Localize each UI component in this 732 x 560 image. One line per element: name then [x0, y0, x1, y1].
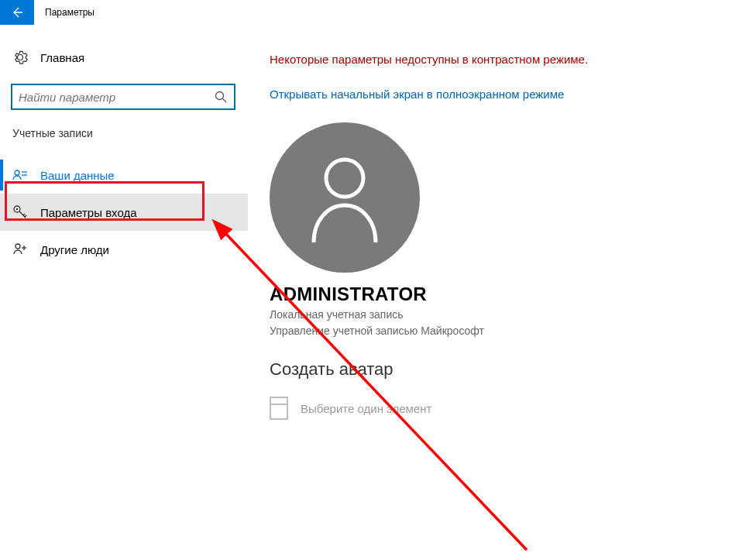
sidebar-item-signin-options[interactable]: Параметры входа	[0, 194, 248, 231]
user-subtitle-ms-link[interactable]: Управление учетной записью Майкрософт	[270, 323, 732, 339]
avatar	[270, 122, 420, 273]
sidebar-item-other-people[interactable]: Другие люди	[0, 231, 248, 268]
svg-point-0	[216, 92, 224, 100]
warning-text: Некоторые параметры недоступны в контрас…	[270, 53, 732, 66]
create-avatar-heading: Создать аватар	[270, 359, 732, 380]
fullscreen-link[interactable]: Открывать начальный экран в полноэкранно…	[270, 88, 732, 101]
person-card-icon	[12, 167, 28, 183]
key-icon	[12, 204, 28, 220]
svg-point-6	[16, 208, 18, 210]
svg-line-8	[23, 214, 25, 215]
user-name: ADMINISTRATOR	[270, 283, 732, 305]
search-box[interactable]	[11, 84, 235, 110]
sidebar-section-header: Учетные записи	[0, 127, 248, 139]
people-icon	[12, 242, 28, 257]
picker-label: Выберите один элемент	[301, 402, 431, 415]
svg-point-2	[15, 170, 19, 175]
back-button[interactable]	[0, 0, 34, 25]
user-subtitle-local: Локальная учетная запись	[270, 307, 732, 323]
sidebar: Главная Учетные записи Ваши да	[0, 25, 248, 560]
sidebar-item-label: Ваши данные	[40, 169, 115, 182]
sidebar-item-label: Параметры входа	[40, 206, 137, 219]
svg-point-13	[326, 160, 363, 197]
arrow-left-icon	[11, 6, 23, 19]
window-title: Параметры	[45, 7, 95, 18]
sidebar-home-label: Главная	[40, 51, 84, 64]
gear-icon	[12, 50, 28, 65]
svg-line-1	[223, 99, 227, 103]
titlebar: Параметры	[0, 0, 732, 25]
sidebar-item-label: Другие люди	[40, 243, 109, 256]
person-icon	[302, 151, 387, 244]
image-placeholder-icon	[270, 397, 288, 420]
avatar-picker[interactable]: Выберите один элемент	[270, 397, 732, 420]
sidebar-home[interactable]: Главная	[0, 42, 248, 73]
svg-line-9	[25, 215, 26, 217]
svg-point-10	[15, 244, 20, 249]
search-icon	[214, 90, 228, 104]
search-input[interactable]	[19, 91, 214, 104]
sidebar-item-your-info[interactable]: Ваши данные	[0, 156, 248, 194]
main-content: Некоторые параметры недоступны в контрас…	[248, 25, 732, 560]
